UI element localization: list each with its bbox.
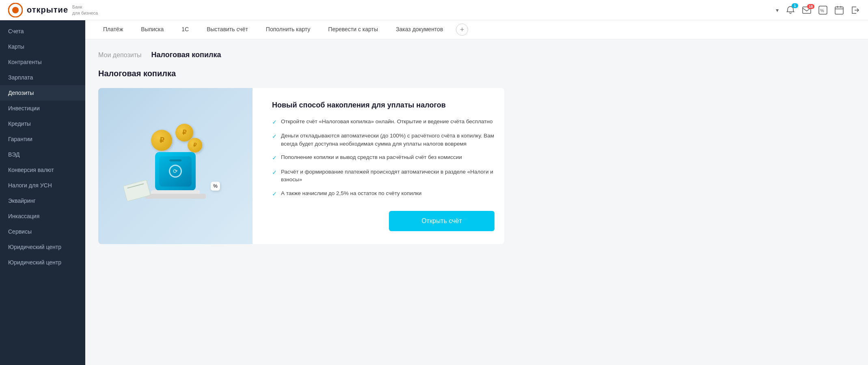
sidebar-item-credits[interactable]: Кредиты	[0, 116, 85, 131]
sidebar-item-encashment[interactable]: Инкассация	[0, 208, 85, 224]
check-icon-1: ✓	[272, 132, 277, 140]
section-title: Налоговая копилка	[98, 69, 855, 78]
safe-box: ⟳	[155, 152, 196, 191]
percent-tag: %	[211, 182, 220, 191]
tab-documents[interactable]: Заказ документов	[388, 20, 451, 39]
promo-title: Новый способ накопления для уплаты налог…	[272, 101, 494, 110]
svg-text:%: %	[820, 8, 824, 13]
sidebar-item-salary[interactable]: Зарплата	[0, 70, 85, 85]
svg-point-1	[12, 7, 19, 13]
tab-statement[interactable]: Выписка	[133, 20, 172, 39]
safe-front: ⟳	[159, 156, 192, 187]
check-icon-2: ✓	[272, 154, 277, 162]
sidebar-item-services[interactable]: Сервисы	[0, 224, 85, 239]
safe-slot	[169, 159, 181, 161]
illustration: ₽ ₽ ₽ ⟳	[119, 122, 232, 211]
logo-subtitle: Банк для бизнеса	[72, 4, 98, 16]
check-icon-4: ✓	[272, 190, 277, 198]
sidebar-item-ved[interactable]: ВЭД	[0, 147, 85, 162]
promo-feature-3: ✓Расчёт и формирование платежей происход…	[272, 168, 494, 184]
tab-add-button[interactable]: +	[456, 24, 468, 36]
open-account-button[interactable]: Открыть счёт	[389, 211, 494, 231]
logo: открытие Банк для бизнеса	[8, 3, 98, 17]
tab-invoice[interactable]: Выставить счёт	[199, 20, 256, 39]
tab-payment[interactable]: Платёж	[95, 20, 131, 39]
promo-image: ₽ ₽ ₽ ⟳	[98, 88, 253, 244]
safe-base-2	[145, 194, 206, 199]
svg-rect-5	[835, 7, 843, 14]
sidebar-item-contractors[interactable]: Контрагенты	[0, 54, 85, 70]
tab-topup[interactable]: Пополнить карту	[258, 20, 319, 39]
dropdown-icon[interactable]: ▾	[776, 7, 779, 13]
sidebar-item-investments[interactable]: Инвестиции	[0, 101, 85, 116]
safe-icon: ⟳	[169, 165, 182, 178]
sidebar-item-deposits[interactable]: Депозиты	[0, 85, 85, 101]
main-content: ПлатёжВыписка1СВыставить счётПополнить к…	[85, 20, 868, 365]
header-right: ▾ 1 18 %	[776, 6, 860, 15]
sidebar-item-accounts[interactable]: Счета	[0, 24, 85, 39]
percent-button[interactable]: %	[818, 6, 827, 15]
messages-button[interactable]: 18	[802, 6, 811, 14]
check-icon-0: ✓	[272, 118, 277, 126]
sidebar-item-acquiring[interactable]: Эквайринг	[0, 193, 85, 208]
notifications-button[interactable]: 1	[786, 6, 795, 15]
promo-feature-0: ✓Откройте счёт «Налоговая копилка» онлай…	[272, 118, 494, 126]
sidebar-item-taxes[interactable]: Налоги для УСН	[0, 178, 85, 193]
messages-badge: 18	[807, 4, 814, 9]
promo-feature-2: ✓Пополнение копилки и вывод средств на р…	[272, 153, 494, 162]
page-content: Мои депозиты Налоговая копилка Налоговая…	[85, 39, 868, 365]
promo-card: ₽ ₽ ₽ ⟳	[98, 88, 504, 244]
logo-text: открытие	[27, 5, 68, 15]
layout: СчетаКартыКонтрагентыЗарплатаДепозитыИнв…	[0, 20, 868, 365]
sidebar-item-currency[interactable]: Конверсия валют	[0, 162, 85, 178]
promo-feature-1: ✓Деньги откладываются автоматически (до …	[272, 132, 494, 148]
logout-button[interactable]	[851, 6, 860, 15]
promo-feature-4: ✓А также начислим до 2,5% на остаток по …	[272, 189, 494, 198]
check-icon-3: ✓	[272, 168, 277, 176]
breadcrumb-current: Налоговая копилка	[151, 51, 221, 59]
tab-1c[interactable]: 1С	[173, 20, 197, 39]
promo-features-list: ✓Откройте счёт «Налоговая копилка» онлай…	[272, 118, 494, 198]
breadcrumb: Мои депозиты Налоговая копилка	[98, 51, 855, 59]
sidebar-item-legal1[interactable]: Юридический центр	[0, 239, 85, 255]
promo-info: Новый способ накопления для уплаты налог…	[269, 88, 504, 244]
breadcrumb-link[interactable]: Мои депозиты	[98, 52, 142, 59]
tabs-bar: ПлатёжВыписка1СВыставить счётПополнить к…	[85, 20, 868, 39]
tab-transfer[interactable]: Перевести с карты	[320, 20, 386, 39]
sidebar-item-guarantees[interactable]: Гарантии	[0, 131, 85, 147]
sidebar-item-cards[interactable]: Карты	[0, 39, 85, 54]
calendar-button[interactable]	[835, 6, 844, 15]
coin-1: ₽	[151, 130, 172, 151]
coin-3: ₽	[188, 138, 202, 152]
sidebar: СчетаКартыКонтрагентыЗарплатаДепозитыИнв…	[0, 20, 85, 365]
notifications-badge: 1	[792, 3, 798, 8]
sidebar-item-legal2[interactable]: Юридический центр	[0, 255, 85, 270]
header: открытие Банк для бизнеса ▾ 1 18 %	[0, 0, 868, 20]
logo-icon	[8, 3, 23, 17]
